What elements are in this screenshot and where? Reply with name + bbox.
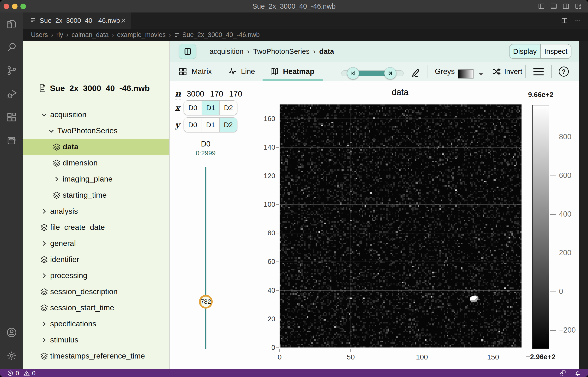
tab-matrix[interactable]: Matrix [179, 62, 212, 81]
notifications-bell-icon[interactable] [575, 370, 581, 376]
tree-item-identifier[interactable]: identifier [23, 251, 169, 268]
help-button[interactable]: ? [559, 67, 569, 77]
tree-item-imaging_plane[interactable]: imaging_plane [23, 171, 169, 187]
layers-icon [53, 191, 61, 199]
chevron-right-icon [40, 239, 48, 247]
tab-bar-actions [561, 12, 581, 29]
activity-account-icon[interactable] [6, 327, 17, 338]
x-dim-option-D0[interactable]: D0 [184, 101, 202, 115]
y-tick-label: 0 [256, 344, 275, 352]
y-dim-option-D0[interactable]: D0 [184, 118, 202, 132]
heatmap-plot[interactable] [280, 105, 521, 348]
shape-values: 3000170170 [187, 89, 242, 98]
error-count: 0 [16, 370, 19, 377]
activity-explorer-icon[interactable] [6, 19, 17, 30]
frame-index-thumb[interactable]: 782 [199, 295, 213, 308]
split-editor-icon[interactable] [561, 17, 568, 24]
colormap-gradient-swatch[interactable] [458, 69, 473, 79]
x-tick-label: 150 [482, 353, 504, 361]
display-mode-button[interactable]: Display [509, 44, 540, 58]
activity-extensions-icon[interactable] [6, 112, 17, 122]
feedback-icon[interactable] [560, 370, 566, 376]
tree-item-session_description[interactable]: session_description [23, 283, 169, 300]
tree-item-label: session_start_time [50, 303, 114, 312]
frame-index-slider[interactable] [205, 167, 207, 349]
activity-run-debug-icon[interactable] [6, 88, 17, 99]
breadcrumb-file-item[interactable]: Sue_2x_3000_40_-46.nwb [174, 31, 260, 39]
frame-index-value: 782 [201, 298, 211, 306]
activity-nwb-extension-icon[interactable] [6, 135, 17, 146]
tree-item-label: file_create_date [50, 223, 105, 232]
menu-button[interactable] [533, 68, 544, 75]
tree-item-label: analysis [50, 207, 78, 216]
tree-item-file_create_date[interactable]: file_create_date [23, 219, 169, 235]
breadcrumb-item[interactable]: rly [56, 31, 63, 39]
tree-item-label: session_description [50, 287, 118, 296]
slider-dimension-label: D0 [196, 140, 215, 148]
colormap-dropdown-caret-icon[interactable] [479, 73, 483, 76]
y-dim-option-D1[interactable]: D1 [202, 118, 219, 132]
document-icon [38, 84, 47, 93]
close-tab-icon[interactable] [120, 18, 127, 24]
tree-item-general[interactable]: general [23, 235, 169, 251]
edit-button[interactable] [410, 68, 420, 78]
warning-count: 0 [32, 370, 35, 377]
activity-settings-icon[interactable] [6, 350, 17, 361]
slider-range-label: 0:2999 [193, 150, 219, 157]
nwb-sidebar: Sue_2x_3000_40_-46.nwb acquisitionTwoPho… [23, 41, 169, 369]
breadcrumb-item[interactable]: Users [31, 31, 48, 39]
viewer-breadcrumb-item[interactable]: data [319, 47, 334, 56]
range-start-handle[interactable] [347, 67, 359, 79]
tree-item-data[interactable]: data [23, 139, 169, 155]
skip-end-icon [387, 70, 393, 76]
tab-matrix-label: Matrix [192, 67, 212, 76]
tree-item-starting_time[interactable]: starting_time [23, 187, 169, 203]
viewer-breadcrumb-item[interactable]: TwoPhotonSeries [253, 47, 310, 56]
tree-item-specifications[interactable]: specifications [23, 316, 169, 332]
question-mark-icon: ? [562, 68, 565, 75]
tree-item-timestamps_reference_time[interactable]: timestamps_reference_time [23, 348, 169, 364]
y-dim-option-D2[interactable]: D2 [219, 118, 237, 132]
range-end-handle[interactable] [384, 67, 396, 79]
editor-gutter-strip [579, 41, 588, 369]
tab-line[interactable]: Line [228, 62, 255, 81]
tab-heatmap[interactable]: Heatmap [270, 62, 314, 81]
viewer-breadcrumb-item[interactable]: acquisition [209, 47, 244, 56]
activity-source-control-icon[interactable] [6, 65, 17, 76]
tab-nwb-file[interactable]: Sue_2x_3000_40_-46.nwb [23, 12, 131, 29]
x-tick-label: 50 [340, 353, 361, 361]
breadcrumb-item[interactable]: caiman_data [71, 31, 109, 39]
toggle-tree-panel-button[interactable] [179, 44, 196, 59]
x-dim-option-D2[interactable]: D2 [219, 101, 237, 115]
inspect-mode-button[interactable]: Inspect [540, 44, 571, 58]
more-actions-icon[interactable] [575, 17, 581, 24]
tree-item-analysis[interactable]: analysis [23, 203, 169, 219]
colorbar-tick-mark [550, 330, 556, 331]
chevron-right-icon [40, 271, 48, 280]
sidebar-file-title: Sue_2x_3000_40_-46.nwb [38, 83, 150, 93]
frame-range-slider[interactable] [341, 70, 404, 76]
toggle-sidebar-right-icon[interactable] [562, 3, 569, 10]
x-tick-mark [279, 349, 280, 352]
error-icon [7, 370, 13, 376]
n-label: n [175, 89, 181, 99]
tree-item-TwoPhotonSeries[interactable]: TwoPhotonSeries [23, 123, 169, 139]
breadcrumb-item[interactable]: example_movies [117, 31, 166, 39]
tree-item-stimulus[interactable]: stimulus [23, 332, 169, 348]
toggle-panel-bottom-icon[interactable] [550, 3, 557, 10]
tree-item-processing[interactable]: processing [23, 268, 169, 283]
y-tick-label: 100 [256, 200, 275, 208]
x-dim-option-D1[interactable]: D1 [202, 101, 219, 115]
layers-icon [40, 288, 48, 296]
tree-item-acquisition[interactable]: acquisition [23, 107, 169, 123]
invert-colormap-button[interactable]: Invert [492, 62, 522, 81]
y-tick-label: 40 [256, 286, 275, 295]
problems-indicator[interactable]: 0 0 [7, 370, 35, 377]
editor-tab-bar: Sue_2x_3000_40_-46.nwb [23, 12, 588, 29]
tree-item-session_start_time[interactable]: session_start_time [23, 300, 169, 316]
tree-item-dimension[interactable]: dimension [23, 155, 169, 171]
activity-search-icon[interactable] [6, 42, 17, 53]
skip-start-icon [350, 70, 356, 76]
customize-layout-icon[interactable] [575, 3, 582, 10]
toggle-sidebar-left-icon[interactable] [538, 3, 545, 10]
